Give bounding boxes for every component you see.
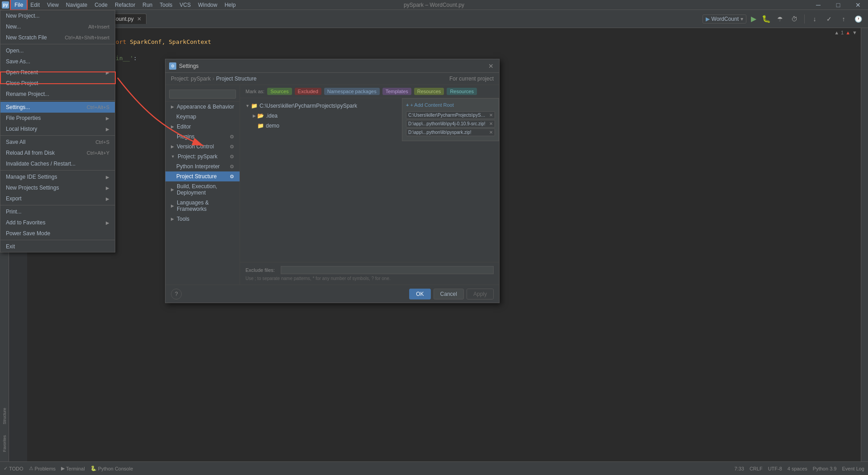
run-with-coverage-btn[interactable]: ☂ xyxy=(774,13,786,25)
minimize-button[interactable]: ─ xyxy=(808,0,828,10)
mark-resources1-btn[interactable]: Resources xyxy=(414,88,444,95)
run-button[interactable]: ▶ xyxy=(748,14,759,24)
menu-close-project[interactable]: Close Project xyxy=(0,78,115,89)
nav-vcs[interactable]: ▶ Version Control ⚙ xyxy=(165,142,240,152)
menu-export[interactable]: Export ▶ xyxy=(0,193,115,204)
menu-vcs[interactable]: VCS xyxy=(176,0,194,10)
content-root-path-3: D:\app\...python\lib\pyspark.zip! xyxy=(408,130,487,135)
menu-code[interactable]: Code xyxy=(91,0,111,10)
structure-panel-btn[interactable]: Structure xyxy=(0,403,9,430)
menu-file-properties[interactable]: File Properties ▶ xyxy=(0,113,115,124)
mark-excluded-btn[interactable]: Excluded xyxy=(295,88,321,95)
nav-appearance[interactable]: ▶ Appearance & Behavior xyxy=(165,102,240,112)
menu-save-as[interactable]: Save As... xyxy=(0,56,115,67)
terminal-btn[interactable]: ▶ Terminal xyxy=(61,466,85,471)
menu-invalidate-caches[interactable]: Invalidate Caches / Restart... xyxy=(0,158,115,169)
status-bar: ✓ TODO ⚠ Problems ▶ Terminal 🐍 Python Co… xyxy=(0,461,868,475)
content-root-remove-3[interactable]: ✕ xyxy=(489,130,493,135)
ok-button[interactable]: OK xyxy=(409,289,430,299)
sep3 xyxy=(0,135,115,136)
mark-resources2-btn[interactable]: Resources xyxy=(447,88,477,95)
menu-new-scratch[interactable]: New Scratch File Ctrl+Alt+Shift+Insert xyxy=(0,32,115,43)
settings-search-input[interactable] xyxy=(169,90,236,99)
todo-btn[interactable]: ✓ TODO xyxy=(4,466,24,471)
menu-manage-ide[interactable]: Manage IDE Settings ▶ xyxy=(0,171,115,182)
run-icon: ▶ xyxy=(706,16,710,22)
menu-print[interactable]: Print... xyxy=(0,206,115,217)
menu-new-project[interactable]: New Project... xyxy=(0,10,115,21)
exclude-input[interactable] xyxy=(281,266,494,274)
mark-namespace-btn[interactable]: Namespace packages xyxy=(324,88,380,95)
sep5 xyxy=(0,205,115,205)
menu-local-history[interactable]: Local History ▶ xyxy=(0,124,115,134)
python-console-label: Python Console xyxy=(98,466,133,471)
menu-new-projects-settings[interactable]: New Projects Settings ▶ xyxy=(0,182,115,193)
menu-new[interactable]: New... Alt+Insert xyxy=(0,21,115,32)
vcs-push-btn[interactable]: ↑ xyxy=(837,13,850,25)
close-button[interactable]: ✕ xyxy=(848,0,868,10)
add-content-root-btn[interactable]: + + Add Content Root xyxy=(406,102,495,108)
debug-button[interactable]: 🐛 xyxy=(761,14,772,24)
menu-run[interactable]: Run xyxy=(139,0,156,10)
menu-refactor[interactable]: Refactor xyxy=(111,0,139,10)
menu-navigate[interactable]: Navigate xyxy=(62,0,91,10)
nav-keymap[interactable]: Keymap xyxy=(165,112,240,122)
window-controls: ─ □ ✕ xyxy=(808,0,868,10)
nav-python-interpreter[interactable]: Python Interpreter ⚙ xyxy=(165,162,240,171)
vcs-commit-btn[interactable]: ✓ xyxy=(823,13,835,25)
dialog-close-button[interactable]: ✕ xyxy=(486,62,495,71)
crlf-btn[interactable]: CRLF xyxy=(750,466,763,471)
content-root-path-2: D:\app\...python\lib\py4j-0.10.9-src.zip… xyxy=(408,121,487,126)
apply-button[interactable]: Apply xyxy=(467,289,494,299)
sep2 xyxy=(0,100,115,101)
mark-sources-btn[interactable]: Sources xyxy=(267,88,292,95)
settings-search xyxy=(165,87,240,102)
vcs-update-btn[interactable]: ↓ xyxy=(808,13,821,25)
content-root-remove-2[interactable]: ✕ xyxy=(489,121,493,126)
menu-file[interactable]: File xyxy=(11,0,27,10)
favorites-panel-btn[interactable]: Favorites xyxy=(0,430,9,457)
python-version-btn[interactable]: Python 3.9 xyxy=(813,466,837,471)
nav-project-structure[interactable]: Project Structure ⚙ xyxy=(165,171,240,181)
nav-plugins[interactable]: ▶ Plugins ⚙ xyxy=(165,132,240,142)
nav-languages[interactable]: ▶ Languages & Frameworks xyxy=(165,198,240,214)
code-content[interactable]: from pyspark import SparkConf, SparkCont… xyxy=(27,28,861,56)
content-root-remove-1[interactable]: ✕ xyxy=(489,113,493,118)
menu-exit[interactable]: Exit xyxy=(0,241,115,252)
problems-btn[interactable]: ⚠ Problems xyxy=(29,466,56,471)
menu-add-favorites[interactable]: Add to Favorites ▶ xyxy=(0,217,115,228)
toolbar-sep2 xyxy=(804,14,805,24)
menu-help[interactable]: Help xyxy=(221,0,240,10)
menu-open[interactable]: Open... xyxy=(0,45,115,56)
encoding-btn[interactable]: UTF-8 xyxy=(768,466,782,471)
menu-open-recent[interactable]: Open Recent ▶ xyxy=(0,67,115,78)
menu-tools[interactable]: Tools xyxy=(156,0,176,10)
menu-power-save[interactable]: Power Save Mode xyxy=(0,228,115,239)
nav-tools[interactable]: ▶ Tools xyxy=(165,214,240,224)
menu-settings[interactable]: Settings... Ctrl+Alt+S xyxy=(0,102,115,113)
menu-edit[interactable]: Edit xyxy=(27,0,43,10)
nav-vcs-label: Version Control xyxy=(177,143,214,150)
menu-rename-project[interactable]: Rename Project... xyxy=(0,89,115,100)
nav-build[interactable]: ▶ Build, Execution, Deployment xyxy=(165,181,240,198)
mark-templates-btn[interactable]: Templates xyxy=(382,88,411,95)
vcs-history-btn[interactable]: 🕐 xyxy=(852,13,864,25)
sep4 xyxy=(0,170,115,171)
menu-window[interactable]: Window xyxy=(194,0,221,10)
event-log-btn[interactable]: Event Log xyxy=(842,466,864,471)
nav-editor[interactable]: ▶ Editor xyxy=(165,122,240,132)
menu-save-all[interactable]: Save All Ctrl+S xyxy=(0,137,115,147)
indent-btn[interactable]: 4 spaces xyxy=(788,466,807,471)
file-dropdown-menu: New Project... New... Alt+Insert New Scr… xyxy=(0,10,115,252)
run-config-label: WordCount xyxy=(712,16,739,22)
help-button[interactable]: ? xyxy=(171,289,182,299)
run-config-selector[interactable]: ▶ WordCount ▾ xyxy=(703,14,746,24)
menu-reload[interactable]: Reload All from Disk Ctrl+Alt+Y xyxy=(0,147,115,158)
cancel-button[interactable]: Cancel xyxy=(434,289,464,299)
nav-project[interactable]: ▼ Project: pySpark ⚙ xyxy=(165,152,240,162)
maximize-button[interactable]: □ xyxy=(828,0,848,10)
tab-close[interactable]: ✕ xyxy=(137,16,142,22)
menu-view[interactable]: View xyxy=(43,0,62,10)
profile-btn[interactable]: ⏱ xyxy=(788,13,801,25)
python-console-btn[interactable]: 🐍 Python Console xyxy=(90,466,133,471)
